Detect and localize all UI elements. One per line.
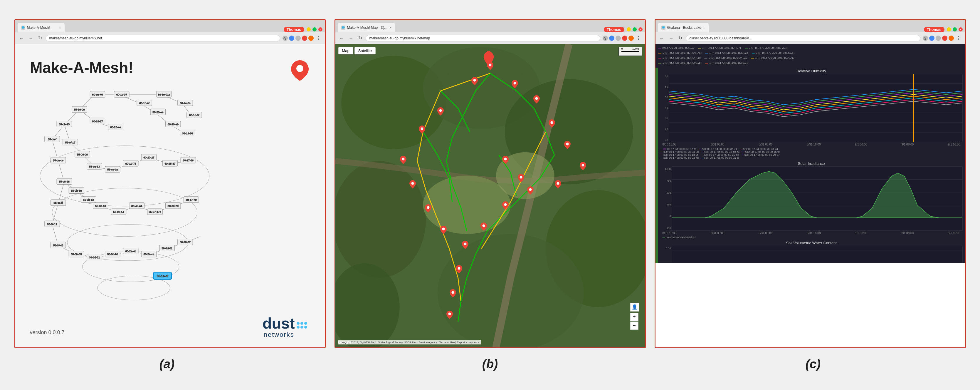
person-icon[interactable]: 👤: [630, 303, 639, 312]
action-star-c[interactable]: ☆: [923, 35, 928, 41]
main-container: 🌐 Make-A-Mesh! × Thomas — □ × ←: [0, 13, 980, 377]
reload-btn-a[interactable]: ↻: [37, 35, 43, 42]
mid-legend-line-1: — rh: 00-17-0d-00-00-60-1e-af — s3x: 00-…: [660, 147, 963, 150]
maximize-btn-a[interactable]: □: [312, 27, 317, 32]
humidity-chart-area: [669, 74, 963, 142]
address-bar-row-c: ← → ↻ glaser.berkeley.edu:3000/dashboard…: [655, 32, 965, 44]
svg-point-198: [439, 109, 442, 112]
humidity-x-axis: 8/30 16:00 8/31 00:00 8/31 08:00 8/31 16…: [660, 142, 963, 147]
tab-close-a[interactable]: ×: [59, 26, 61, 30]
menu-btn-b[interactable]: ⋮: [635, 35, 642, 42]
zoom-out-btn[interactable]: −: [630, 321, 638, 330]
reload-btn-c[interactable]: ↻: [677, 35, 683, 42]
action-dot1-c[interactable]: [929, 35, 934, 41]
address-bar-c[interactable]: glaser.berkeley.edu:3000/dashboard/d...: [686, 35, 920, 42]
solar-bottom-legend: — 00-17-0d-00-00-38-3d-7d: [660, 235, 963, 240]
legend-item-3a: —: [659, 56, 661, 61]
tab-close-b[interactable]: ×: [390, 26, 391, 30]
tab-close-c[interactable]: ×: [703, 26, 705, 30]
close-btn-a[interactable]: ×: [318, 27, 323, 32]
action-dot4-b[interactable]: [628, 35, 634, 41]
menu-btn-a[interactable]: ⋮: [315, 35, 322, 42]
legend-item-2b: —: [705, 51, 708, 56]
maximize-btn-c[interactable]: □: [953, 27, 957, 32]
menu-btn-c[interactable]: ⋮: [955, 35, 962, 42]
minimize-btn-a[interactable]: —: [307, 27, 311, 32]
svg-text:55-ca-ce: 55-ca-ce: [53, 159, 64, 162]
solar-y-5: 0: [660, 215, 671, 218]
marker-17: [419, 126, 425, 135]
reload-btn-b[interactable]: ↻: [357, 35, 363, 42]
x-tick-1: 8/30 16:00: [663, 143, 676, 146]
address-bar-b[interactable]: makeamesh.eu-gb.mybluemix.net/map: [366, 35, 600, 42]
grafana-top-legend: — 00-17-0d-00-00-60-1e-af — s3x: 00-17-0…: [655, 44, 965, 67]
action-dot3-b[interactable]: [622, 35, 627, 41]
legend-item-3b: —: [704, 56, 707, 61]
svg-text:35-19-00: 35-19-00: [74, 108, 84, 111]
y-tick-10: 10: [660, 138, 668, 141]
action-dot2-a[interactable]: [296, 35, 301, 41]
y-tick-70: 70: [660, 75, 668, 78]
mesh-title: Make-A-Mesh!: [30, 59, 134, 77]
solar-x-5: 9/1 00:00: [855, 232, 867, 235]
action-star-b[interactable]: ☆: [603, 35, 608, 41]
tab-row-right-b: Thomas — □ ×: [604, 27, 643, 32]
tab-c[interactable]: 🌐 Grafana - Bucks Lake ×: [658, 23, 709, 32]
tab-row-right-c: Thomas — □ ×: [924, 27, 963, 32]
close-btn-c[interactable]: ×: [959, 27, 963, 32]
y-tick-30: 30: [660, 117, 668, 120]
svg-text:55-08-10: 55-08-10: [95, 204, 106, 207]
browser-actions-b: ☆ ⋮: [603, 35, 642, 42]
satellite-view-btn[interactable]: Satellite: [355, 47, 375, 54]
solar-y-4: 250: [660, 203, 671, 206]
svg-point-197: [449, 312, 451, 315]
action-dot1-b[interactable]: [609, 35, 614, 41]
action-dot4-a[interactable]: [309, 35, 313, 41]
legend-text-2b: s3x: 00-17-0d-00-00-38-40-e4: [709, 51, 748, 56]
back-btn-b[interactable]: ←: [338, 35, 345, 42]
back-btn-c[interactable]: ←: [659, 35, 665, 42]
back-btn-a[interactable]: ←: [18, 35, 25, 42]
map-view-btn[interactable]: Map: [338, 47, 353, 54]
marker-10: [502, 201, 509, 211]
minimize-btn-c[interactable]: —: [947, 27, 951, 32]
action-star-a[interactable]: ☆: [283, 35, 288, 41]
forward-btn-a[interactable]: →: [28, 35, 35, 42]
maximize-btn-b[interactable]: □: [633, 27, 637, 32]
svg-point-202: [427, 206, 430, 209]
dust-text: dust: [262, 316, 295, 331]
address-text-a: makeamesh.eu-gb.mybluemix.net: [49, 36, 102, 40]
soil-chart-area: [672, 246, 963, 263]
marker-20: [425, 204, 431, 214]
map-scale: 0 100m: [619, 47, 642, 56]
svg-point-195: [458, 267, 460, 270]
favicon-a: 🌐: [21, 26, 25, 30]
action-dot2-b[interactable]: [616, 35, 621, 41]
solar-x-axis: 8/30 16:00 8/31 00:00 8/31 08:00 8/31 16…: [660, 231, 963, 235]
minimize-btn-b[interactable]: —: [627, 27, 631, 32]
action-dot2-c[interactable]: [935, 35, 941, 41]
action-dot3-a[interactable]: [302, 35, 307, 41]
tab-a[interactable]: 🌐 Make-A-Mesh! ×: [18, 23, 65, 32]
marker-13: [456, 265, 462, 275]
marker-11: [480, 222, 487, 232]
close-btn-b[interactable]: ×: [638, 27, 643, 32]
browser-chrome-b: 🌐 Make-A-Mesh! Map - 3(… × Thomas — □ ×: [336, 20, 645, 44]
action-dot1-a[interactable]: [289, 35, 294, 41]
svg-point-191: [529, 188, 531, 191]
x-tick-3: 8/31 08:00: [759, 143, 772, 146]
marker-8: [555, 180, 561, 190]
action-dot3-c[interactable]: [942, 35, 947, 41]
solar-y-2: 750: [660, 179, 671, 182]
y-tick-50: 50: [660, 96, 668, 99]
solar-x-6: 9/1 08:00: [901, 232, 914, 235]
zoom-in-btn[interactable]: +: [630, 313, 638, 321]
svg-text:38-3d-71: 38-3d-71: [89, 256, 100, 259]
action-dot4-c[interactable]: [948, 35, 954, 41]
address-bar-a[interactable]: makeamesh.eu-gb.mybluemix.net: [46, 35, 280, 42]
dust-dot-6: [304, 326, 307, 329]
forward-btn-c[interactable]: →: [668, 35, 675, 42]
network-graph: 60-ca-46 60-1c-07 60-1b-af 60-1c-01a 38-…: [24, 85, 316, 312]
tab-b[interactable]: 🌐 Make-A-Mesh! Map - 3(… ×: [338, 23, 395, 32]
forward-btn-b[interactable]: →: [348, 35, 355, 42]
